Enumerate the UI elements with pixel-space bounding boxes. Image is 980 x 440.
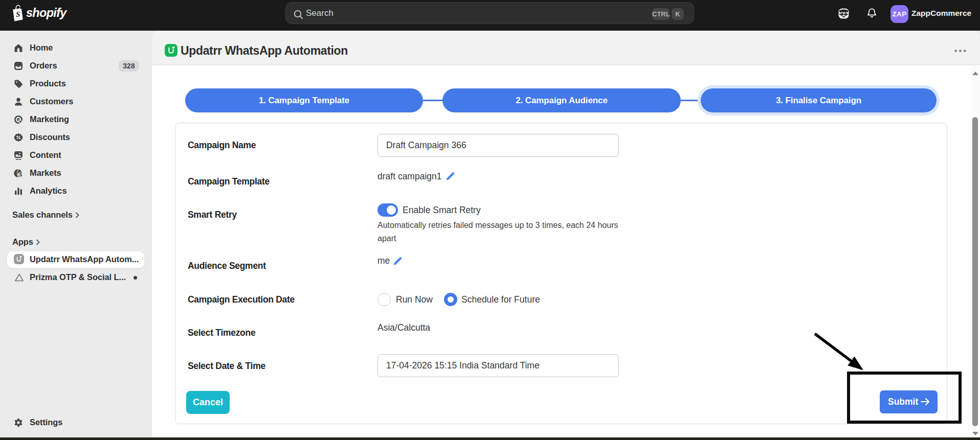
svg-text:S: S <box>16 10 20 18</box>
svg-text:$: $ <box>19 172 23 177</box>
